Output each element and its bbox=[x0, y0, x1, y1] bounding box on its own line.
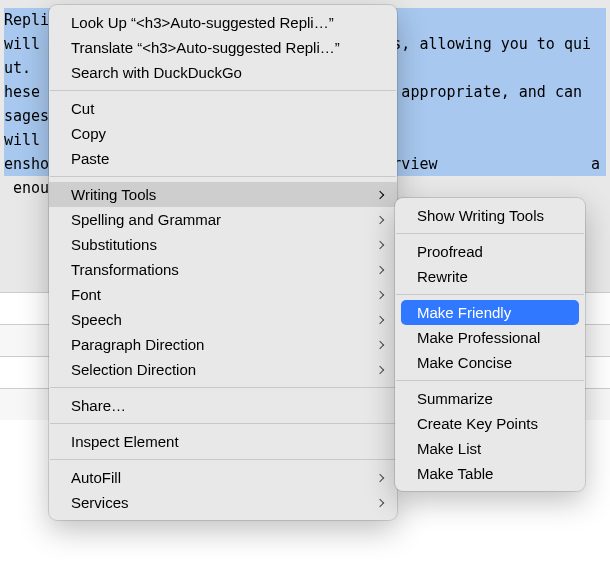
menu-item-services[interactable]: Services bbox=[49, 490, 397, 515]
menu-separator bbox=[50, 90, 396, 91]
menu-item-label: Summarize bbox=[417, 390, 563, 407]
menu-item-label: Proofread bbox=[417, 243, 563, 260]
menu-item-label: Writing Tools bbox=[71, 186, 375, 203]
chevron-right-icon bbox=[376, 240, 384, 248]
menu-item-label: Make Concise bbox=[417, 354, 563, 371]
submenu-item-create-key-points[interactable]: Create Key Points bbox=[395, 411, 585, 436]
menu-item-spelling[interactable]: Spelling and Grammar bbox=[49, 207, 397, 232]
menu-item-label: Copy bbox=[71, 125, 375, 142]
menu-item-label: Paste bbox=[71, 150, 375, 167]
menu-separator bbox=[396, 294, 584, 295]
chevron-right-icon bbox=[376, 473, 384, 481]
menu-item-label: Share… bbox=[71, 397, 375, 414]
writing-tools-submenu: Show Writing Tools Proofread Rewrite Mak… bbox=[395, 198, 585, 491]
menu-item-font[interactable]: Font bbox=[49, 282, 397, 307]
menu-item-lookup[interactable]: Look Up “<h3>Auto-suggested Repli…” bbox=[49, 10, 397, 35]
submenu-item-rewrite[interactable]: Rewrite bbox=[395, 264, 585, 289]
menu-item-label: Spelling and Grammar bbox=[71, 211, 375, 228]
menu-item-label: Font bbox=[71, 286, 375, 303]
menu-item-paragraph-direction[interactable]: Paragraph Direction bbox=[49, 332, 397, 357]
submenu-item-make-concise[interactable]: Make Concise bbox=[395, 350, 585, 375]
menu-item-share[interactable]: Share… bbox=[49, 393, 397, 418]
chevron-right-icon bbox=[376, 365, 384, 373]
submenu-item-make-table[interactable]: Make Table bbox=[395, 461, 585, 486]
menu-item-label: Cut bbox=[71, 100, 375, 117]
menu-item-label: Substitutions bbox=[71, 236, 375, 253]
menu-item-label: Create Key Points bbox=[417, 415, 563, 432]
menu-item-transformations[interactable]: Transformations bbox=[49, 257, 397, 282]
menu-item-label: Transformations bbox=[71, 261, 375, 278]
chevron-right-icon bbox=[376, 190, 384, 198]
menu-separator bbox=[396, 233, 584, 234]
menu-item-label: Inspect Element bbox=[71, 433, 375, 450]
chevron-right-icon bbox=[376, 315, 384, 323]
menu-separator bbox=[50, 387, 396, 388]
menu-item-label: Make Friendly bbox=[417, 304, 563, 321]
menu-separator bbox=[50, 459, 396, 460]
menu-item-label: Show Writing Tools bbox=[417, 207, 563, 224]
chevron-right-icon bbox=[376, 498, 384, 506]
submenu-item-make-friendly[interactable]: Make Friendly bbox=[401, 300, 579, 325]
menu-item-label: Search with DuckDuckGo bbox=[71, 64, 375, 81]
menu-item-copy[interactable]: Copy bbox=[49, 121, 397, 146]
menu-separator bbox=[396, 380, 584, 381]
submenu-item-make-professional[interactable]: Make Professional bbox=[395, 325, 585, 350]
menu-item-label: AutoFill bbox=[71, 469, 375, 486]
menu-item-translate[interactable]: Translate “<h3>Auto-suggested Repli…” bbox=[49, 35, 397, 60]
menu-item-autofill[interactable]: AutoFill bbox=[49, 465, 397, 490]
chevron-right-icon bbox=[376, 340, 384, 348]
menu-item-label: Rewrite bbox=[417, 268, 563, 285]
menu-item-label: Selection Direction bbox=[71, 361, 375, 378]
menu-separator bbox=[50, 176, 396, 177]
chevron-right-icon bbox=[376, 265, 384, 273]
submenu-item-make-list[interactable]: Make List bbox=[395, 436, 585, 461]
menu-item-label: Translate “<h3>Auto-suggested Repli…” bbox=[71, 39, 375, 56]
menu-item-speech[interactable]: Speech bbox=[49, 307, 397, 332]
menu-item-selection-direction[interactable]: Selection Direction bbox=[49, 357, 397, 382]
menu-separator bbox=[50, 423, 396, 424]
menu-item-label: Paragraph Direction bbox=[71, 336, 375, 353]
menu-item-substitutions[interactable]: Substitutions bbox=[49, 232, 397, 257]
chevron-right-icon bbox=[376, 215, 384, 223]
menu-item-search[interactable]: Search with DuckDuckGo bbox=[49, 60, 397, 85]
context-menu: Look Up “<h3>Auto-suggested Repli…” Tran… bbox=[49, 5, 397, 520]
menu-item-label: Make Table bbox=[417, 465, 563, 482]
menu-item-paste[interactable]: Paste bbox=[49, 146, 397, 171]
menu-item-label: Look Up “<h3>Auto-suggested Repli…” bbox=[71, 14, 375, 31]
menu-item-label: Services bbox=[71, 494, 375, 511]
menu-item-cut[interactable]: Cut bbox=[49, 96, 397, 121]
menu-item-label: Speech bbox=[71, 311, 375, 328]
submenu-item-summarize[interactable]: Summarize bbox=[395, 386, 585, 411]
menu-item-label: Make Professional bbox=[417, 329, 563, 346]
menu-item-inspect[interactable]: Inspect Element bbox=[49, 429, 397, 454]
menu-item-label: Make List bbox=[417, 440, 563, 457]
menu-item-writing-tools[interactable]: Writing Tools bbox=[49, 182, 397, 207]
submenu-item-show-writing-tools[interactable]: Show Writing Tools bbox=[395, 203, 585, 228]
chevron-right-icon bbox=[376, 290, 384, 298]
submenu-item-proofread[interactable]: Proofread bbox=[395, 239, 585, 264]
